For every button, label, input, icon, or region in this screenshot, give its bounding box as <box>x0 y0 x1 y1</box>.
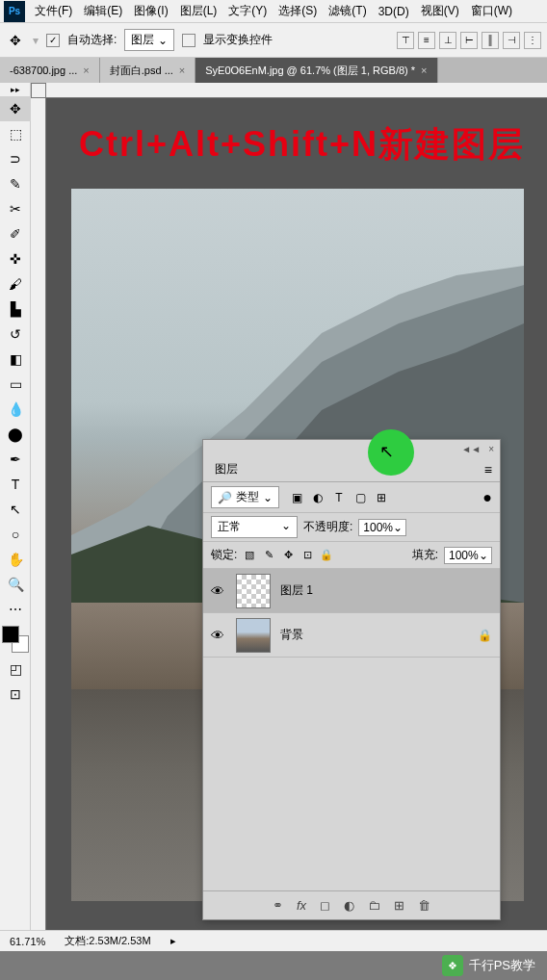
ruler-horizontal[interactable] <box>46 83 547 98</box>
layers-tab[interactable]: 图层 <box>203 457 249 481</box>
gradient-tool[interactable]: ▭ <box>0 372 31 397</box>
quick-mask-icon[interactable]: ◰ <box>0 657 31 682</box>
menu-bar: Ps 文件(F) 编辑(E) 图像(I) 图层(L) 文字(Y) 选择(S) 滤… <box>0 0 547 23</box>
menu-filter[interactable]: 滤镜(T) <box>323 3 372 19</box>
close-panel-icon[interactable]: × <box>488 444 494 454</box>
path-select-tool[interactable]: ↖ <box>0 497 31 522</box>
pen-tool[interactable]: ✒ <box>0 447 31 472</box>
tools-panel: ▸▸ ✥ ⬚ ⊃ ✎ ✂ ✐ ✜ 🖌 ▙ ↺ ◧ ▭ 💧 ⬤ ✒ T ↖ ○ ✋… <box>0 83 31 947</box>
menu-file[interactable]: 文件(F) <box>29 3 78 19</box>
menu-image[interactable]: 图像(I) <box>128 3 173 19</box>
filter-type-icon[interactable]: T <box>331 491 347 504</box>
move-tool[interactable]: ✥ <box>0 96 31 121</box>
show-transform-checkbox[interactable] <box>182 34 195 47</box>
layer-name[interactable]: 图层 1 <box>280 582 313 599</box>
type-tool[interactable]: T <box>0 472 31 497</box>
filter-type-select[interactable]: 🔎 类型 ⌄ <box>211 486 279 508</box>
align-vcenter-icon[interactable]: ≡ <box>418 32 435 49</box>
layer-fx-icon[interactable]: fx <box>297 898 306 913</box>
document-tabs: -638700.jpg ... × 封面白.psd ... × SyE0O6En… <box>0 58 547 83</box>
opacity-input[interactable]: 100%⌄ <box>358 519 406 536</box>
doc-tab-2[interactable]: SyE0O6EnM.jpg @ 61.7% (图层 1, RGB/8) * × <box>195 58 437 83</box>
zoom-value[interactable]: 61.71% <box>10 936 45 947</box>
panel-menu-icon[interactable]: ≡ <box>477 462 500 477</box>
menu-type[interactable]: 文字(Y) <box>222 3 273 19</box>
edit-toolbar-icon[interactable]: ⋯ <box>0 597 31 622</box>
collapse-panel-icon[interactable]: ◄◄ <box>461 444 481 454</box>
fill-input[interactable]: 100%⌄ <box>444 547 492 564</box>
lock-pixels-icon[interactable]: ▧ <box>243 549 256 561</box>
menu-select[interactable]: 选择(S) <box>273 3 323 19</box>
layer-name[interactable]: 背景 <box>280 627 303 643</box>
menu-edit[interactable]: 编辑(E) <box>78 3 128 19</box>
close-icon[interactable]: × <box>179 64 185 76</box>
layer-item[interactable]: 👁 图层 1 <box>203 569 500 613</box>
hand-tool[interactable]: ✋ <box>0 547 31 572</box>
menu-window[interactable]: 窗口(W) <box>465 3 518 19</box>
collapse-icon[interactable]: ▸▸ <box>0 83 31 96</box>
layer-thumbnail[interactable] <box>236 618 271 653</box>
screen-mode-icon[interactable]: ⊡ <box>0 682 31 707</box>
menu-view[interactable]: 视图(V) <box>415 3 465 19</box>
ruler-vertical[interactable] <box>31 83 46 947</box>
menu-3d[interactable]: 3D(D) <box>373 5 415 18</box>
shape-tool[interactable]: ○ <box>0 522 31 547</box>
lock-artboard-icon[interactable]: ⊡ <box>300 549 314 561</box>
close-icon[interactable]: × <box>83 64 89 76</box>
lock-all-icon[interactable]: 🔒 <box>320 549 333 561</box>
auto-select-label: 自动选择: <box>67 32 117 48</box>
lasso-tool[interactable]: ⊃ <box>0 146 31 171</box>
panel-controls: ◄◄ × <box>203 440 500 457</box>
blend-mode-select[interactable]: 正常⌄ <box>211 516 298 538</box>
canvas-area[interactable]: Ctrl+Alt+Shift+N新建图层 ↖ ◄◄ × 图层 ≡ <box>31 83 547 947</box>
filter-smart-icon[interactable]: ⊞ <box>374 491 389 504</box>
new-layer-icon[interactable]: ⊞ <box>394 898 404 913</box>
brush-tool[interactable]: 🖌 <box>0 271 31 297</box>
align-right-icon[interactable]: ⊣ <box>503 32 520 49</box>
lock-position-icon[interactable]: ✥ <box>281 549 295 561</box>
layer-mask-icon[interactable]: ◻ <box>320 898 330 913</box>
history-brush-tool[interactable]: ↺ <box>0 322 31 347</box>
doc-tab-1[interactable]: 封面白.psd ... × <box>100 58 195 83</box>
auto-select-checkbox[interactable]: ✓ <box>46 34 60 47</box>
auto-select-target[interactable]: 图层⌄ <box>124 29 174 51</box>
dodge-tool[interactable]: ⬤ <box>0 422 31 447</box>
status-bar: 61.71% 文档:2.53M/2.53M ▸ <box>0 930 547 951</box>
foreground-color[interactable] <box>2 626 19 643</box>
adjustment-layer-icon[interactable]: ◐ <box>344 898 354 913</box>
filter-adjust-icon[interactable]: ◐ <box>310 491 326 504</box>
opacity-label: 不透明度: <box>303 519 352 535</box>
delete-layer-icon[interactable]: 🗑 <box>418 898 430 913</box>
lock-icon: 🔒 <box>478 629 492 642</box>
align-top-icon[interactable]: ⊤ <box>397 32 414 49</box>
visibility-icon[interactable]: 👁 <box>211 628 226 643</box>
layers-panel[interactable]: ◄◄ × 图层 ≡ 🔎 类型 ⌄ ▣ ◐ T ▢ ⊞ ● 正常⌄ <box>202 439 501 920</box>
zoom-tool[interactable]: 🔍 <box>0 572 31 597</box>
blur-tool[interactable]: 💧 <box>0 397 31 422</box>
align-bottom-icon[interactable]: ⊥ <box>439 32 456 49</box>
lock-brush-icon[interactable]: ✎ <box>262 549 275 561</box>
close-icon[interactable]: × <box>421 64 427 76</box>
doc-size[interactable]: 文档:2.53M/2.53M <box>65 934 150 948</box>
eyedropper-tool[interactable]: ✐ <box>0 221 31 246</box>
menu-layer[interactable]: 图层(L) <box>174 3 223 19</box>
align-left-icon[interactable]: ⊢ <box>460 32 478 49</box>
align-hcenter-icon[interactable]: ║ <box>482 32 499 49</box>
healing-tool[interactable]: ✜ <box>0 246 31 271</box>
marquee-tool[interactable]: ⬚ <box>0 121 31 146</box>
stamp-tool[interactable]: ▙ <box>0 297 31 322</box>
visibility-icon[interactable]: 👁 <box>211 583 226 599</box>
crop-tool[interactable]: ✂ <box>0 196 31 221</box>
quick-select-tool[interactable]: ✎ <box>0 171 31 196</box>
filter-pixel-icon[interactable]: ▣ <box>289 491 304 504</box>
filter-shape-icon[interactable]: ▢ <box>352 491 368 504</box>
layer-item[interactable]: 👁 背景 🔒 <box>203 613 500 658</box>
doc-tab-0[interactable]: -638700.jpg ... × <box>0 58 100 83</box>
layer-thumbnail[interactable] <box>236 574 271 608</box>
link-layers-icon[interactable]: ⚭ <box>273 898 283 913</box>
eraser-tool[interactable]: ◧ <box>0 347 31 372</box>
color-swatches[interactable] <box>2 626 29 653</box>
distribute-icon[interactable]: ⋮ <box>524 32 541 49</box>
new-group-icon[interactable]: 🗀 <box>368 898 380 913</box>
filter-toggle-icon[interactable]: ● <box>482 489 492 506</box>
